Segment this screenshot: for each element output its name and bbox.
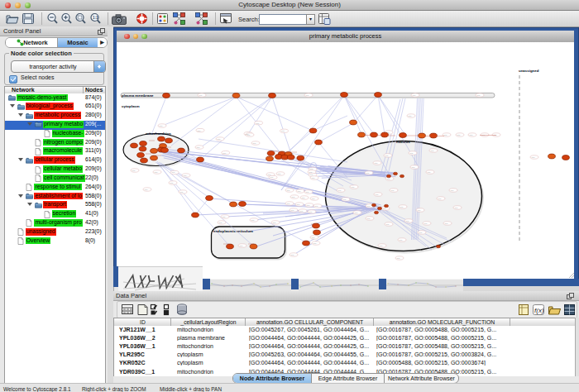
svg-text:GO:-: GO:-	[287, 203, 291, 204]
svg-text:GO:-: GO:-	[315, 205, 319, 207]
svg-text:GO:-: GO:-	[424, 222, 428, 224]
svg-text:GO:-: GO:-	[256, 122, 260, 124]
svg-text:GO:-: GO:-	[419, 232, 423, 233]
svg-text:GO:-: GO:-	[406, 220, 410, 222]
svg-text:GO:-: GO:-	[418, 209, 422, 211]
svg-text:GO:-: GO:-	[312, 177, 316, 179]
svg-text:GO:-: GO:-	[281, 130, 285, 131]
svg-text:GO:-: GO:-	[409, 115, 413, 117]
svg-text:GO:-: GO:-	[477, 94, 481, 96]
svg-text:GO:-: GO:-	[386, 223, 390, 225]
svg-text:GO:-: GO:-	[445, 222, 449, 224]
svg-text:GO:-: GO:-	[385, 155, 390, 156]
svg-text:GO:-: GO:-	[223, 152, 227, 154]
svg-text:GO:-: GO:-	[306, 94, 310, 96]
svg-text:GO:-: GO:-	[180, 191, 184, 193]
svg-text:GO:-: GO:-	[367, 218, 371, 219]
svg-text:GO:-: GO:-	[470, 134, 474, 136]
svg-text:plasma membrane: plasma membrane	[122, 93, 154, 98]
svg-text:nucleus: nucleus	[396, 140, 410, 144]
svg-text:GO:-: GO:-	[375, 162, 379, 164]
svg-text:GO:-: GO:-	[300, 210, 304, 212]
svg-text:GO:-: GO:-	[292, 196, 296, 198]
svg-text:GO:-: GO:-	[306, 191, 310, 193]
svg-text:GO:-: GO:-	[287, 189, 291, 191]
svg-text:GO:-: GO:-	[132, 170, 136, 171]
svg-text:GO:-: GO:-	[184, 174, 188, 176]
svg-text:GO:-: GO:-	[367, 205, 371, 207]
svg-text:GO:-: GO:-	[380, 245, 384, 246]
svg-text:unassigned: unassigned	[519, 69, 539, 73]
svg-text:cytoplasm: cytoplasm	[122, 104, 140, 108]
svg-text:GO:-: GO:-	[219, 222, 223, 223]
svg-text:GO:-: GO:-	[413, 94, 417, 96]
svg-text:GO:-: GO:-	[198, 130, 202, 131]
svg-text:GO:-: GO:-	[310, 168, 314, 170]
svg-text:GO:-: GO:-	[455, 207, 459, 208]
svg-text:GO:-: GO:-	[310, 174, 314, 175]
svg-text:endoplasmic reticulum: endoplasmic reticulum	[213, 229, 253, 233]
svg-text:GO:-: GO:-	[400, 206, 404, 208]
svg-text:GO:-: GO:-	[218, 138, 222, 140]
svg-text:GO:-: GO:-	[400, 239, 404, 241]
svg-text:GO:-: GO:-	[428, 171, 432, 173]
svg-text:GO:-: GO:-	[343, 198, 347, 200]
svg-text:GO:-: GO:-	[312, 198, 316, 199]
svg-text:GO:-: GO:-	[387, 178, 391, 179]
svg-text:GO:-: GO:-	[451, 189, 455, 191]
svg-text:GO:-: GO:-	[170, 182, 175, 184]
svg-text:GO:-: GO:-	[270, 176, 275, 178]
svg-text:GO:-: GO:-	[199, 94, 203, 96]
svg-text:GO:-: GO:-	[268, 174, 272, 175]
svg-text:GO:-: GO:-	[145, 189, 149, 190]
svg-text:GO:-: GO:-	[291, 254, 295, 256]
svg-text:GO:-: GO:-	[223, 216, 227, 218]
svg-text:GO:-: GO:-	[438, 198, 443, 199]
svg-text:1:1: 1:1	[93, 16, 98, 20]
svg-text:GO:-: GO:-	[338, 189, 342, 191]
svg-text:GO:-: GO:-	[309, 211, 313, 213]
svg-text:GO:-: GO:-	[431, 150, 435, 151]
svg-text:GO:-: GO:-	[312, 237, 316, 238]
svg-text:GO:-: GO:-	[397, 257, 401, 259]
svg-text:GO:-: GO:-	[444, 134, 448, 136]
svg-text:GO:-: GO:-	[197, 146, 201, 148]
svg-text:GO:-: GO:-	[307, 204, 311, 206]
svg-text:GO:-: GO:-	[313, 242, 318, 244]
svg-text:GO:-: GO:-	[355, 212, 359, 213]
svg-text:GO:-: GO:-	[412, 166, 416, 168]
svg-text:GO:-: GO:-	[298, 190, 302, 192]
svg-text:GO:-: GO:-	[172, 171, 176, 173]
svg-text:GO:-: GO:-	[376, 194, 380, 195]
svg-text:GO:-: GO:-	[291, 209, 295, 211]
svg-text:mitochondrion: mitochondrion	[146, 131, 171, 136]
svg-text:GO:-: GO:-	[297, 203, 301, 205]
svg-text:GO:-: GO:-	[302, 197, 306, 198]
svg-text:GO:-: GO:-	[532, 156, 536, 158]
svg-text:GO:-: GO:-	[240, 245, 244, 246]
svg-text:GO:-: GO:-	[160, 125, 164, 127]
svg-text:GO:-: GO:-	[410, 152, 414, 154]
svg-text:GO:-: GO:-	[251, 219, 256, 221]
svg-text:GO:-: GO:-	[247, 134, 251, 136]
svg-text:GO:-: GO:-	[309, 171, 313, 173]
svg-text:GO:-: GO:-	[278, 173, 282, 174]
svg-text:GO:-: GO:-	[366, 172, 371, 174]
svg-text:GO:-: GO:-	[273, 222, 277, 223]
svg-text:GO:-: GO:-	[383, 208, 387, 209]
svg-text:GO:-: GO:-	[352, 186, 356, 188]
svg-text:GO:-: GO:-	[253, 142, 257, 144]
svg-text:f(x): f(x)	[534, 307, 544, 314]
svg-text:GO:-: GO:-	[457, 134, 462, 136]
svg-text:GO:-: GO:-	[391, 189, 395, 191]
svg-text:GO:-: GO:-	[155, 171, 159, 173]
